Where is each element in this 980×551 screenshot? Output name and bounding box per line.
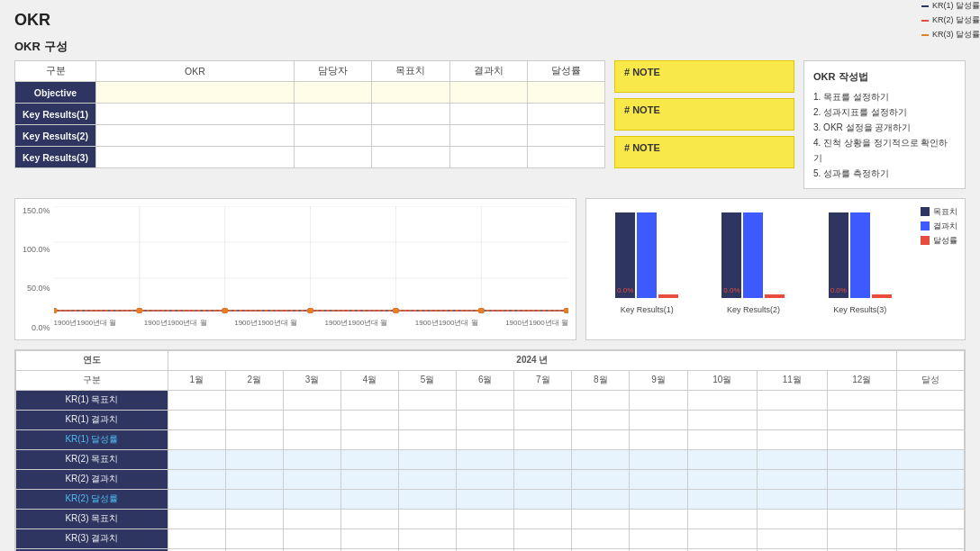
kr2-result-m12[interactable] — [827, 469, 897, 489]
kr1-target-m2[interactable] — [225, 390, 283, 410]
kr1-result-m3[interactable] — [283, 410, 340, 429]
kr1-ach-m6[interactable] — [457, 429, 514, 449]
kr2-result-m3[interactable] — [283, 469, 340, 489]
kr3-result-m12[interactable] — [827, 528, 897, 548]
kr2-target-m12[interactable] — [827, 449, 897, 469]
kr1-result-m4[interactable] — [340, 410, 398, 429]
kr1-target-m8[interactable] — [572, 390, 630, 410]
kr1-result-m8[interactable] — [572, 410, 630, 429]
kr2-result-m1[interactable] — [168, 469, 225, 489]
kr3-result[interactable] — [449, 147, 527, 168]
objective-target[interactable] — [372, 82, 449, 104]
kr2-result-m7[interactable] — [514, 469, 572, 489]
kr1-target-ach[interactable] — [897, 390, 965, 410]
kr3-result-m8[interactable] — [572, 528, 630, 548]
kr1-ach-m1[interactable] — [168, 429, 225, 449]
kr3-result-m2[interactable] — [225, 528, 283, 548]
kr1-result-m12[interactable] — [827, 410, 897, 429]
kr3-result-m10[interactable] — [687, 528, 758, 548]
kr1-ach-m8[interactable] — [572, 429, 630, 449]
kr1-ach-m3[interactable] — [283, 429, 340, 449]
kr3-target-m6[interactable] — [457, 509, 514, 528]
kr2-target-m3[interactable] — [283, 449, 340, 469]
kr2-result-ach[interactable] — [897, 469, 965, 489]
kr1-target-m9[interactable] — [630, 390, 687, 410]
kr3-result-m3[interactable] — [283, 528, 340, 548]
kr1-target-m1[interactable] — [168, 390, 225, 410]
kr3-owner[interactable] — [295, 147, 372, 168]
kr2-result-m5[interactable] — [399, 469, 457, 489]
kr1-target-m4[interactable] — [340, 390, 398, 410]
kr2-result-m8[interactable] — [572, 469, 630, 489]
kr2-ach-m10[interactable] — [687, 489, 758, 509]
kr2-target-m11[interactable] — [758, 449, 828, 469]
objective-okr[interactable] — [96, 82, 295, 104]
kr1-target[interactable] — [372, 104, 449, 125]
kr2-target-m1[interactable] — [168, 449, 225, 469]
kr1-result-m5[interactable] — [399, 410, 457, 429]
note-2[interactable]: # NOTE — [614, 98, 794, 131]
kr1-ach-m11[interactable] — [758, 429, 828, 449]
note-1[interactable]: # NOTE — [614, 60, 794, 93]
kr3-target-m9[interactable] — [630, 509, 687, 528]
kr2-target-m10[interactable] — [687, 449, 758, 469]
kr2-ach-m8[interactable] — [572, 489, 630, 509]
kr3-target-ach[interactable] — [897, 509, 965, 528]
kr2-ach-total[interactable] — [897, 489, 965, 509]
kr2-target-m5[interactable] — [399, 449, 457, 469]
kr2-result-m10[interactable] — [687, 469, 758, 489]
objective-owner[interactable] — [295, 82, 372, 104]
kr2-okr[interactable] — [96, 125, 295, 147]
kr2-ach-m7[interactable] — [514, 489, 572, 509]
kr1-okr[interactable] — [96, 104, 295, 125]
kr1-result-m10[interactable] — [687, 410, 758, 429]
kr3-okr[interactable] — [96, 147, 295, 168]
kr2-target-m2[interactable] — [225, 449, 283, 469]
kr3-target-m2[interactable] — [225, 509, 283, 528]
kr2-target-m9[interactable] — [630, 449, 687, 469]
kr1-achievement[interactable] — [527, 104, 604, 125]
kr3-result-m6[interactable] — [457, 528, 514, 548]
kr2-result-m11[interactable] — [758, 469, 828, 489]
kr1-result-m6[interactable] — [457, 410, 514, 429]
kr1-result-m2[interactable] — [225, 410, 283, 429]
kr2-result[interactable] — [449, 125, 527, 147]
kr2-ach-m1[interactable] — [168, 489, 225, 509]
kr3-target-m7[interactable] — [514, 509, 572, 528]
kr1-ach-m9[interactable] — [630, 429, 687, 449]
kr3-target-m5[interactable] — [399, 509, 457, 528]
kr1-ach-m10[interactable] — [687, 429, 758, 449]
kr1-result-m7[interactable] — [514, 410, 572, 429]
kr3-result-m5[interactable] — [399, 528, 457, 548]
kr3-target[interactable] — [372, 147, 449, 168]
kr2-ach-m3[interactable] — [283, 489, 340, 509]
kr2-owner[interactable] — [295, 125, 372, 147]
kr3-target-m12[interactable] — [827, 509, 897, 528]
kr1-result[interactable] — [449, 104, 527, 125]
kr3-target-m1[interactable] — [168, 509, 225, 528]
kr1-owner[interactable] — [295, 104, 372, 125]
kr1-ach-m2[interactable] — [225, 429, 283, 449]
kr1-result-ach[interactable] — [897, 410, 965, 429]
kr1-ach-total[interactable] — [897, 429, 965, 449]
kr2-result-m6[interactable] — [457, 469, 514, 489]
kr1-result-m9[interactable] — [630, 410, 687, 429]
kr1-target-m5[interactable] — [399, 390, 457, 410]
kr1-ach-m5[interactable] — [399, 429, 457, 449]
kr2-ach-m9[interactable] — [630, 489, 687, 509]
kr2-result-m2[interactable] — [225, 469, 283, 489]
kr3-target-m10[interactable] — [687, 509, 758, 528]
kr3-target-m8[interactable] — [572, 509, 630, 528]
kr2-target-m8[interactable] — [572, 449, 630, 469]
kr2-target-m7[interactable] — [514, 449, 572, 469]
kr1-result-m11[interactable] — [758, 410, 828, 429]
kr2-ach-m6[interactable] — [457, 489, 514, 509]
kr1-target-m11[interactable] — [758, 390, 828, 410]
kr2-ach-m11[interactable] — [758, 489, 828, 509]
kr1-target-m7[interactable] — [514, 390, 572, 410]
kr2-target[interactable] — [372, 125, 449, 147]
kr3-target-m4[interactable] — [340, 509, 398, 528]
kr1-target-m12[interactable] — [827, 390, 897, 410]
kr2-result-m4[interactable] — [340, 469, 398, 489]
kr2-ach-m12[interactable] — [827, 489, 897, 509]
